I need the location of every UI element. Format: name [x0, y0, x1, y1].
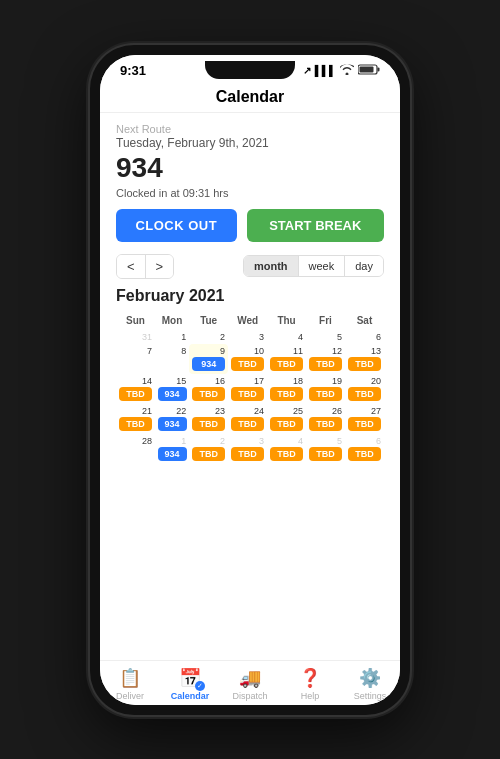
calendar-week-row: 31123456: [116, 330, 384, 344]
day-badge: TBD: [348, 357, 381, 371]
calendar-day-cell[interactable]: 17TBD: [228, 374, 267, 404]
calendar-day-cell[interactable]: 6: [345, 330, 384, 344]
day-badge: TBD: [270, 447, 303, 461]
calendar-day-cell[interactable]: 5TBD: [306, 434, 345, 464]
calendar-day-header: Tue: [189, 311, 228, 330]
day-badge: TBD: [192, 387, 225, 401]
day-number: 13: [346, 346, 383, 356]
calendar-day-cell[interactable]: 15934: [155, 374, 189, 404]
next-month-button[interactable]: >: [146, 255, 174, 278]
calendar-day-cell[interactable]: 13TBD: [345, 344, 384, 374]
calendar-day-cell[interactable]: 12TBD: [306, 344, 345, 374]
day-number: 6: [346, 436, 383, 446]
tab-item-help[interactable]: ❓Help: [280, 667, 340, 701]
wifi-icon: [340, 64, 354, 77]
signal-icon: ▌▌▌: [315, 65, 336, 76]
prev-month-button[interactable]: <: [117, 255, 146, 278]
battery-icon: [358, 64, 380, 77]
route-number: 934: [116, 152, 384, 184]
month-view-button[interactable]: month: [244, 256, 299, 276]
day-number: 12: [307, 346, 344, 356]
calendar-day-cell[interactable]: 23TBD: [189, 404, 228, 434]
tab-item-calendar[interactable]: 📅✓Calendar: [160, 667, 220, 701]
calendar-day-cell[interactable]: 11TBD: [267, 344, 306, 374]
day-number: 27: [346, 406, 383, 416]
day-number: 21: [117, 406, 154, 416]
calendar-day-cell[interactable]: 3TBD: [228, 434, 267, 464]
calendar-day-cell[interactable]: 14TBD: [116, 374, 155, 404]
calendar-day-cell[interactable]: 7: [116, 344, 155, 374]
nav-arrows: < >: [116, 254, 174, 279]
calendar-day-cell[interactable]: 28: [116, 434, 155, 464]
tab-item-dispatch[interactable]: 🚚Dispatch: [220, 667, 280, 701]
calendar-day-cell[interactable]: 2TBD: [189, 434, 228, 464]
calendar-day-cell[interactable]: 21TBD: [116, 404, 155, 434]
day-number: 4: [268, 436, 305, 446]
week-view-button[interactable]: week: [299, 256, 346, 276]
day-badge: TBD: [270, 417, 303, 431]
day-badge: TBD: [348, 417, 381, 431]
day-badge: TBD: [192, 417, 225, 431]
tab-item-deliver[interactable]: 📋Deliver: [100, 667, 160, 701]
calendar-day-cell[interactable]: 18TBD: [267, 374, 306, 404]
calendar-month-title: February 2021: [116, 287, 384, 305]
day-number: 28: [117, 436, 154, 446]
calendar-day-cell[interactable]: 6TBD: [345, 434, 384, 464]
day-number: 2: [190, 332, 227, 342]
day-badge: TBD: [270, 357, 303, 371]
day-view-button[interactable]: day: [345, 256, 383, 276]
calendar-day-cell[interactable]: 10TBD: [228, 344, 267, 374]
calendar-day-cell[interactable]: 20TBD: [345, 374, 384, 404]
day-badge: TBD: [231, 387, 264, 401]
help-tab-icon: ❓: [299, 667, 321, 689]
day-badge: TBD: [119, 417, 152, 431]
day-number: 2: [190, 436, 227, 446]
calendar-day-cell[interactable]: 3: [228, 330, 267, 344]
calendar-day-header: Fri: [306, 311, 345, 330]
day-number: 15: [156, 376, 188, 386]
action-buttons: CLOCK OUT START BREAK: [116, 209, 384, 242]
calendar-day-cell[interactable]: 4TBD: [267, 434, 306, 464]
day-number: 20: [346, 376, 383, 386]
calendar-day-cell[interactable]: 26TBD: [306, 404, 345, 434]
day-number: 22: [156, 406, 188, 416]
calendar-day-cell[interactable]: 1934: [155, 434, 189, 464]
calendar-day-cell[interactable]: 9934: [189, 344, 228, 374]
main-content: Next Route Tuesday, February 9th, 2021 9…: [100, 113, 400, 660]
calendar-day-cell[interactable]: 16TBD: [189, 374, 228, 404]
calendar-day-cell[interactable]: 19TBD: [306, 374, 345, 404]
calendar-day-header: Sun: [116, 311, 155, 330]
clock-out-button[interactable]: CLOCK OUT: [116, 209, 237, 242]
day-badge: TBD: [231, 357, 264, 371]
calendar-day-cell[interactable]: 8: [155, 344, 189, 374]
day-number: 9: [190, 346, 227, 356]
calendar-day-cell[interactable]: 27TBD: [345, 404, 384, 434]
help-tab-label: Help: [301, 691, 320, 701]
calendar-day-cell[interactable]: 24TBD: [228, 404, 267, 434]
calendar-day-cell[interactable]: 25TBD: [267, 404, 306, 434]
day-number: 14: [117, 376, 154, 386]
next-route-label: Next Route: [116, 123, 384, 135]
day-number: 16: [190, 376, 227, 386]
start-break-button[interactable]: START BREAK: [247, 209, 384, 242]
calendar-day-header: Sat: [345, 311, 384, 330]
settings-tab-icon: ⚙️: [359, 667, 381, 689]
day-badge: TBD: [119, 387, 152, 401]
calendar-day-cell[interactable]: 22934: [155, 404, 189, 434]
phone-screen: 9:31 ↗ ▌▌▌ Calendar Next Route Tuesday, …: [100, 55, 400, 705]
day-number: 31: [117, 332, 154, 342]
svg-rect-1: [378, 67, 380, 71]
calendar-day-cell[interactable]: 4: [267, 330, 306, 344]
calendar-tab-label: Calendar: [171, 691, 210, 701]
day-badge: TBD: [309, 417, 342, 431]
calendar-day-cell[interactable]: 1: [155, 330, 189, 344]
tab-item-settings[interactable]: ⚙️Settings: [340, 667, 400, 701]
calendar-day-cell[interactable]: 5: [306, 330, 345, 344]
phone-shell: 9:31 ↗ ▌▌▌ Calendar Next Route Tuesday, …: [90, 45, 410, 715]
route-date: Tuesday, February 9th, 2021: [116, 136, 384, 150]
day-badge: 934: [158, 447, 187, 461]
calendar-day-cell[interactable]: 2: [189, 330, 228, 344]
calendar-day-cell[interactable]: 31: [116, 330, 155, 344]
calendar-week-row: 2819342TBD3TBD4TBD5TBD6TBD: [116, 434, 384, 464]
day-number: 19: [307, 376, 344, 386]
